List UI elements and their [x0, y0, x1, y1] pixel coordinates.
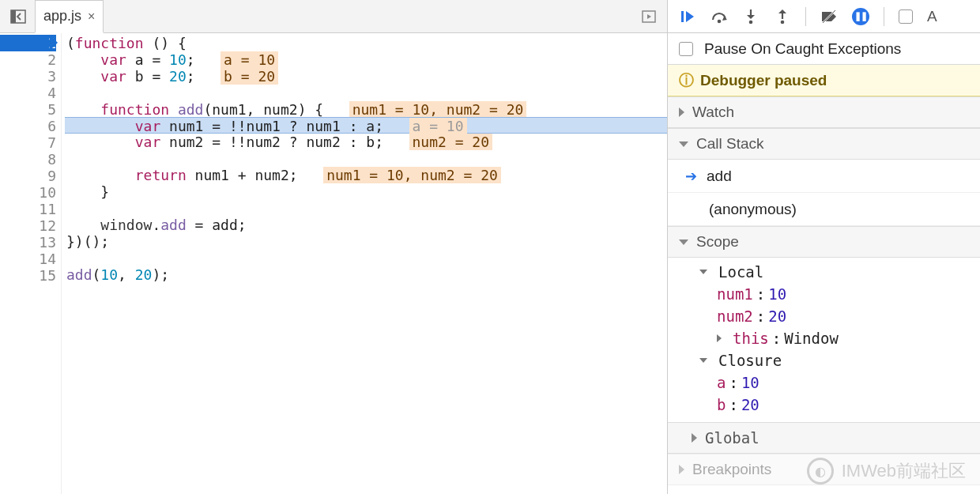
scope-variable[interactable]: num1: 10	[682, 283, 980, 305]
code-line	[65, 85, 667, 101]
debugger-toolbar: ❚❚ A	[668, 0, 980, 33]
code-line: window.add = add;	[65, 217, 667, 233]
callstack-frame[interactable]: ➔add	[668, 160, 980, 193]
line-number[interactable]: 14	[0, 251, 56, 267]
line-number[interactable]: 3	[0, 68, 56, 85]
code-line: function add(num1, num2) { num1 = 10, nu…	[65, 101, 667, 118]
inline-value-hint: num1 = 10, num2 = 20	[323, 167, 501, 183]
line-number[interactable]: 5	[0, 101, 56, 118]
code-line: var a = 10; a = 10	[65, 51, 667, 68]
show-navigator-icon[interactable]	[6, 5, 30, 28]
code-line: return num1 + num2; num1 = 10, num2 = 20	[65, 167, 667, 183]
code-area: (function () { var a = 10; a = 10 var b …	[62, 33, 667, 283]
code-line: var num1 = !!num1 ? num1 : a; a = 10	[65, 117, 667, 134]
expand-icon	[679, 107, 684, 117]
expand-icon	[679, 465, 684, 474]
code-line	[65, 200, 667, 217]
line-number[interactable]: 10	[0, 184, 56, 201]
scope-group[interactable]: Closure	[682, 349, 980, 371]
svg-rect-1	[11, 10, 16, 23]
step-into-icon[interactable]	[742, 8, 760, 25]
line-number[interactable]: 4	[0, 85, 56, 101]
scope-variable[interactable]: b: 20	[682, 394, 980, 416]
line-number[interactable]: 1	[0, 35, 56, 51]
scope-variable[interactable]: num2: 20	[682, 305, 980, 327]
scope-section-header[interactable]: Scope	[668, 226, 980, 258]
code-line: }	[65, 183, 667, 200]
line-number[interactable]: 13	[0, 234, 56, 251]
code-editor[interactable]: 123456789101112131415 (function () { var…	[0, 33, 667, 494]
svg-point-5	[749, 20, 753, 24]
pause-on-caught-row[interactable]: Pause On Caught Exceptions	[668, 33, 980, 65]
step-over-icon[interactable]	[710, 8, 728, 25]
expand-icon[interactable]	[717, 334, 722, 342]
line-number[interactable]: 12	[0, 217, 56, 234]
inline-value-hint: b = 20	[220, 68, 278, 85]
collapse-icon[interactable]	[699, 358, 707, 363]
line-number[interactable]: 8	[0, 151, 56, 168]
line-number[interactable]: 15	[0, 267, 56, 284]
line-number[interactable]: 11	[0, 201, 56, 217]
line-number[interactable]: 9	[0, 168, 56, 184]
collapse-icon[interactable]	[699, 270, 707, 274]
svg-point-6	[781, 20, 785, 24]
code-line	[65, 250, 667, 266]
code-line: add(10, 20);	[65, 266, 667, 283]
code-line: })();	[65, 233, 667, 250]
svg-point-4	[718, 19, 722, 23]
deactivate-breakpoints-icon[interactable]	[820, 8, 838, 25]
inline-value-hint: num1 = 10, num2 = 20	[349, 101, 527, 118]
code-line: var b = 20; b = 20	[65, 68, 667, 85]
line-number[interactable]: 6	[0, 118, 56, 134]
breakpoints-section-header[interactable]: Breakpoints	[668, 454, 980, 485]
pause-on-caught-label: Pause On Caught Exceptions	[704, 40, 901, 58]
run-snippet-icon[interactable]	[637, 5, 661, 28]
global-section-header[interactable]: Global	[668, 422, 980, 454]
async-label: A	[927, 8, 937, 25]
editor-tabbar: app.js ×	[0, 0, 667, 33]
code-line: var num2 = !!num2 ? num2 : b; num2 = 20	[65, 134, 667, 150]
step-out-icon[interactable]	[774, 8, 791, 25]
info-icon: ⓘ	[679, 70, 694, 91]
callstack-section-header[interactable]: Call Stack	[668, 128, 980, 160]
resume-icon[interactable]	[679, 8, 696, 25]
collapse-icon	[679, 141, 688, 147]
inline-value-hint: a = 10	[409, 118, 467, 134]
close-tab-icon[interactable]: ×	[88, 9, 95, 24]
collapse-icon	[679, 239, 688, 245]
inline-value-hint: num2 = 20	[409, 134, 493, 150]
expand-icon	[692, 433, 697, 443]
callstack-frame[interactable]: (anonymous)	[668, 193, 980, 226]
line-gutter: 123456789101112131415	[0, 33, 62, 494]
pause-on-exceptions-icon[interactable]: ❚❚	[852, 8, 869, 25]
async-checkbox[interactable]	[899, 9, 913, 24]
scope-variable[interactable]: a: 10	[682, 371, 980, 394]
watch-section-header[interactable]: Watch	[668, 96, 980, 128]
scope-group[interactable]: Local	[682, 261, 980, 283]
scope-body: Localnum1: 10num2: 20this: WindowClosure…	[668, 258, 980, 422]
code-line: (function () {	[65, 35, 667, 51]
current-frame-icon: ➔	[685, 168, 697, 185]
code-line	[65, 150, 667, 167]
file-tab[interactable]: app.js ×	[35, 0, 104, 33]
debugger-status: ⓘ Debugger paused	[668, 65, 980, 96]
svg-rect-3	[681, 11, 684, 22]
pause-on-caught-checkbox[interactable]	[679, 42, 693, 56]
line-number[interactable]: 7	[0, 134, 56, 151]
line-number[interactable]: 2	[0, 51, 56, 68]
scope-variable[interactable]: this: Window	[682, 327, 980, 349]
file-tab-label: app.js	[43, 8, 81, 25]
inline-value-hint: a = 10	[220, 51, 278, 68]
